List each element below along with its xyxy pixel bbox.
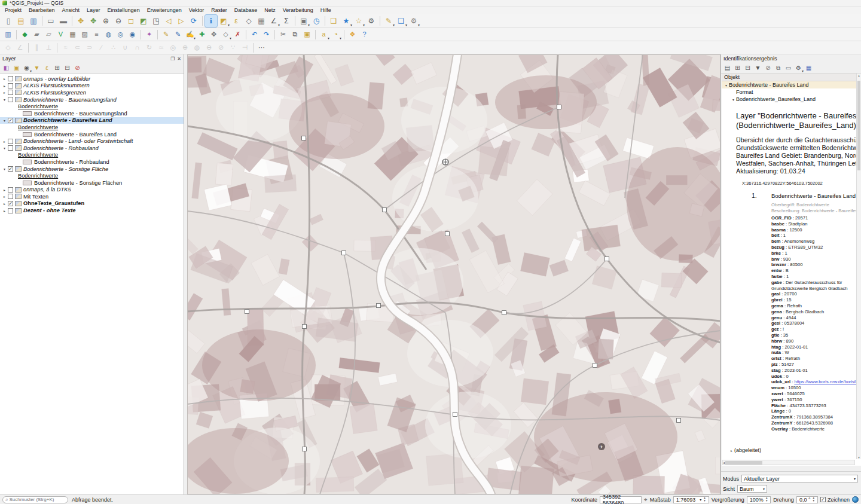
save-layer-edits-button[interactable]: ✎ xyxy=(172,29,184,40)
expand-arrow-icon[interactable]: ▸ xyxy=(2,139,7,143)
add-vector-layer-button[interactable]: V xyxy=(55,29,66,40)
pan-to-selection-button[interactable]: ✥ xyxy=(87,15,99,27)
osm-place-search-button[interactable]: ❖ xyxy=(347,29,358,40)
scroll-down-icon[interactable]: ▾ xyxy=(857,456,861,459)
layer-checkbox[interactable]: ✓ xyxy=(8,166,13,172)
layer-item[interactable]: ▸Mit Texten xyxy=(0,193,184,200)
magnifier-spinbox[interactable]: 100% ▲▼ xyxy=(747,496,771,503)
scroll-left-icon[interactable]: ◂ xyxy=(723,460,725,465)
layer-checkbox[interactable] xyxy=(8,90,13,95)
current-edits-button[interactable]: ✍▾ xyxy=(184,29,196,40)
layer-checkbox[interactable]: ✓ xyxy=(8,201,13,206)
identify-help-button[interactable]: ▦ xyxy=(804,63,814,73)
expand-arrow-icon[interactable]: ▾ xyxy=(731,97,736,102)
open-attribute-table-button[interactable]: ▦ xyxy=(255,15,267,27)
zoom-out-button[interactable]: ⊖ xyxy=(112,15,124,27)
measure-button[interactable]: ∠▾ xyxy=(268,15,280,27)
layer-item[interactable]: ▸Dezent - ohne Texte xyxy=(0,207,184,214)
layer-checkbox[interactable] xyxy=(8,83,13,88)
expand-arrow-icon[interactable]: ▾ xyxy=(2,146,7,150)
project-properties-button[interactable]: ⚙ xyxy=(365,15,377,27)
scale-spinner[interactable]: ▲▼ xyxy=(703,497,706,502)
layer-item[interactable]: ▸ALKIS Flurstücksnummern xyxy=(0,83,184,90)
menu-vektor[interactable]: Vektor xyxy=(185,7,208,13)
select-features-button[interactable]: ◩▾ xyxy=(218,15,230,27)
add-wcs-layer-button[interactable]: ◉ xyxy=(127,29,138,40)
select-by-expression-button[interactable]: ε xyxy=(230,15,242,27)
layer-checkbox[interactable] xyxy=(8,187,13,193)
new-project-button[interactable]: ▯ xyxy=(2,15,14,27)
expand-arrow-icon[interactable]: ▸ xyxy=(2,90,7,94)
rotation-spinbox[interactable]: 0,0 ° ▲▼ xyxy=(796,496,818,503)
layer-item[interactable]: ▸ALKIS Flurstücksgrenzen xyxy=(0,89,184,96)
style-manager-button[interactable]: ✦ xyxy=(144,29,155,40)
undo-button[interactable]: ↶ xyxy=(249,29,260,40)
layer-checkbox[interactable] xyxy=(8,97,13,102)
float-panel-icon[interactable]: ❐ xyxy=(170,56,175,62)
menu-verarbeitung[interactable]: Verarbeitung xyxy=(279,7,317,13)
layer-item[interactable]: ▾✓Bodenrichtwerte - Baureifes Land xyxy=(0,117,184,124)
add-delimited-text-layer-button[interactable]: ≡ xyxy=(91,29,102,40)
add-raster-layer-button[interactable]: ▦ xyxy=(67,29,78,40)
expand-arrow-icon[interactable]: ▸ xyxy=(2,201,7,206)
attribute-value[interactable]: https://www.boris.nrw.de/borisfachdaten/ xyxy=(794,379,861,384)
close-panel-icon[interactable]: ✕ xyxy=(177,56,181,62)
menu-projekt[interactable]: Projekt xyxy=(1,7,25,13)
zoom-to-selection-button[interactable]: ◩ xyxy=(138,15,149,27)
zoom-last-button[interactable]: ◁ xyxy=(163,15,175,27)
magnifier-spinner[interactable]: ▲▼ xyxy=(765,497,768,502)
layer-checkbox[interactable] xyxy=(8,194,13,199)
expand-arrow-icon[interactable]: ▸ xyxy=(2,188,7,192)
hscroll-thumb[interactable] xyxy=(725,461,762,465)
menu-bearbeiten[interactable]: Bearbeiten xyxy=(25,7,59,13)
map-tips-button[interactable]: ❑ xyxy=(328,15,340,27)
identify-tree-row[interactable]: ▾Bodenrichtwerte_Baureifes_Land xyxy=(722,96,861,103)
modus-combobox[interactable]: Aktueller Layer ▾ xyxy=(741,475,858,482)
layer-checkbox[interactable] xyxy=(8,145,13,151)
redo-button[interactable]: ↷ xyxy=(261,29,272,40)
identify-tree-row[interactable]: Format xyxy=(722,88,861,96)
vertical-scrollbar[interactable]: ▴ ▾ xyxy=(856,74,861,459)
layer-item[interactable]: ▾Bodenrichtwerte - Rohbauland xyxy=(0,145,184,152)
options-button[interactable]: ⚙▾ xyxy=(408,15,420,27)
new-map-view-button[interactable]: ▣▾ xyxy=(298,15,310,27)
zoom-in-button[interactable]: ⊕ xyxy=(100,15,112,27)
new-bookmark-button[interactable]: ★▾ xyxy=(340,15,352,27)
save-project-button[interactable]: ▥ xyxy=(28,15,39,27)
vscroll-thumb[interactable] xyxy=(857,81,860,170)
menu-einstellungen[interactable]: Einstellungen xyxy=(104,7,144,13)
locator-search[interactable]: ⌕ xyxy=(2,496,68,503)
layer-checkbox[interactable] xyxy=(8,139,13,144)
add-mesh-layer-button[interactable]: ▨ xyxy=(79,29,90,40)
menu-layer[interactable]: Layer xyxy=(83,7,104,13)
deselect-features-button[interactable]: ◇ xyxy=(243,15,255,27)
expand-arrow-icon[interactable]: ▾ xyxy=(2,167,7,171)
remove-layer-button[interactable]: ⊘ xyxy=(72,63,83,73)
filter-legend-button[interactable]: ▼ xyxy=(32,63,42,73)
vertex-tool-button[interactable]: ◇▾ xyxy=(220,29,231,40)
menu-raster[interactable]: Raster xyxy=(207,7,231,13)
layer-labeling-button[interactable]: a▾ xyxy=(318,29,329,40)
new-comment-button[interactable]: ❑▾ xyxy=(395,15,407,27)
expand-arrow-icon[interactable]: ▾ xyxy=(2,118,7,123)
search-input[interactable] xyxy=(9,497,65,502)
coordinate-input[interactable]: 345392 5636480 xyxy=(600,496,642,503)
zoom-full-button[interactable]: ◻ xyxy=(125,15,137,27)
collapse-tree-button[interactable]: ⊟ xyxy=(743,63,753,73)
move-feature-button[interactable]: ✥ xyxy=(208,29,219,40)
layer-item[interactable]: ▾✓Bodenrichtwerte - Sonstige Fläche xyxy=(0,166,184,173)
annotation-toolbar-button[interactable]: ✎▾ xyxy=(383,15,395,27)
layer-item[interactable]: ▸Bodenrichtwerte - Land- oder Forstwirts… xyxy=(0,138,184,145)
layer-item[interactable]: ▸✓OhneTexte_Graustufen xyxy=(0,200,184,207)
layer-item[interactable]: ▾Bodenrichtwerte - Bauerwartungsland xyxy=(0,96,184,103)
zoom-to-layer-button[interactable]: ◳ xyxy=(150,15,162,27)
render-checkbox[interactable]: ✓ Zeichnen xyxy=(820,497,850,503)
more-digitizing-options-button[interactable]: ⋯ xyxy=(256,42,267,53)
open-form-button[interactable]: ▤ xyxy=(722,63,732,73)
layer-diagram-button[interactable]: ◔▾ xyxy=(330,29,341,40)
expand-tree-button[interactable]: ⊞ xyxy=(732,63,743,73)
open-data-source-manager-button[interactable]: ▥ xyxy=(2,29,14,40)
layer-checkbox[interactable]: ✓ xyxy=(8,118,13,123)
statistical-summary-button[interactable]: Σ xyxy=(280,15,292,27)
expand-arrow-icon[interactable]: ▸ xyxy=(2,77,7,81)
